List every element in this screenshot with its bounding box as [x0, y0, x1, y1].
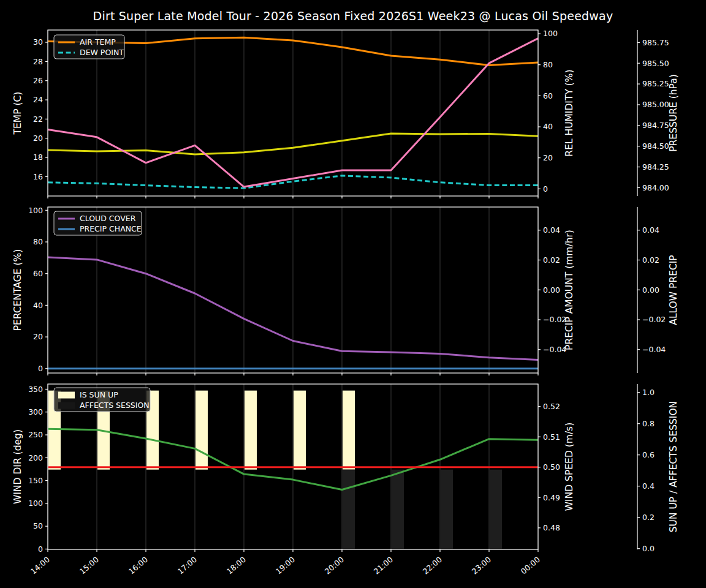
y-tick-label: 0.52: [543, 402, 560, 411]
y-tick-label: 0.50: [543, 462, 560, 472]
x-tick-label: 17:00: [176, 555, 199, 576]
y-tick-label: 985.75: [642, 38, 669, 47]
x-tick-label: 20:00: [323, 555, 346, 576]
y-tick-label: 200: [28, 453, 43, 462]
cloud-precip-right2-axis-label: ALLOW PRECIP: [668, 255, 679, 325]
y-tick-label: −0.04: [642, 345, 666, 354]
is-sun-up-bar: [343, 391, 355, 470]
legend: CLOUD COVERPRECIP CHANCE: [54, 211, 142, 235]
y-tick-label: 0.00: [642, 285, 659, 295]
y-tick-label: 16: [33, 172, 43, 181]
y-tick-label: 0: [543, 184, 548, 194]
y-tick-label: 18: [33, 153, 43, 162]
legend-label: DEW POINT: [80, 48, 124, 57]
y-tick-label: 0.6: [642, 450, 655, 459]
x-tick-label: 21:00: [372, 555, 395, 576]
y-tick-label: −0.02: [543, 315, 566, 324]
legend-label: AFFECTS SESSION: [80, 401, 150, 410]
temperature-humidity-pressure-chart: 1618202224262830TEMP (C)020406080100REL …: [12, 29, 679, 198]
wind-sun-right2-axis-label: SUN UP / AFFECTS SESSION: [668, 401, 679, 532]
y-tick-label: 60: [33, 269, 43, 278]
temperature-humidity-pressure-right1-axis-label: REL HUMIDITY (%): [564, 69, 575, 156]
legend: IS SUN UPAFFECTS SESSION: [54, 388, 150, 412]
y-tick-label: 250: [28, 430, 43, 439]
y-tick-label: 300: [28, 407, 43, 417]
y-tick-label: −0.04: [543, 345, 566, 354]
y-tick-label: 350: [28, 385, 43, 394]
x-tick-label: 23:00: [470, 555, 493, 576]
y-tick-label: 100: [543, 29, 558, 38]
y-tick-label: 0.51: [543, 432, 560, 442]
x-tick-label: 15:00: [78, 555, 101, 576]
y-tick-label: 60: [543, 91, 553, 100]
y-tick-label: 150: [28, 476, 43, 485]
y-tick-label: 1.0: [642, 388, 655, 397]
y-tick-label: 40: [543, 122, 553, 131]
x-tick-label: 22:00: [421, 555, 444, 576]
legend-label: IS SUN UP: [80, 390, 118, 399]
affects-session-legend-swatch: [58, 402, 75, 409]
y-tick-label: 984.00: [642, 183, 669, 192]
y-tick-label: 100: [28, 206, 43, 215]
y-tick-label: 985.00: [642, 100, 669, 109]
y-tick-label: 0: [38, 364, 43, 373]
y-tick-label: 984.75: [642, 121, 669, 130]
y-tick-label: 0.8: [642, 419, 655, 428]
legend-label: PRECIP CHANCE: [80, 224, 142, 233]
legend-label: CLOUD COVER: [80, 214, 136, 223]
x-tick-label: 16:00: [127, 555, 150, 576]
cloud-precip-chart: 020406080100PERCENTAGE (%)−0.04−0.020.00…: [12, 206, 679, 375]
legend: AIR TEMPDEW POINT: [54, 35, 124, 59]
is-sun-up-bar: [245, 391, 257, 470]
affects-session-bar: [343, 470, 355, 549]
y-tick-label: 0.4: [642, 481, 655, 491]
y-tick-label: 0.2: [642, 513, 655, 522]
y-tick-label: 80: [33, 237, 43, 246]
is-sun-up-bar: [294, 391, 306, 470]
y-tick-label: 22: [33, 115, 43, 124]
y-tick-label: 985.25: [642, 79, 669, 88]
y-tick-label: 0.49: [543, 493, 560, 502]
wind-sun-chart: 14:0015:0016:0017:0018:0019:0020:0021:00…: [12, 384, 679, 576]
y-tick-label: 30: [33, 37, 43, 47]
x-tick-label: 14:00: [29, 555, 51, 576]
y-tick-label: 50: [33, 521, 43, 530]
cloud-precip-left-axis-label: PERCENTAGE (%): [12, 249, 23, 331]
y-tick-label: 984.25: [642, 162, 669, 172]
y-tick-label: 0.48: [543, 523, 560, 532]
y-tick-label: 984.50: [642, 141, 669, 151]
y-tick-label: 0.00: [543, 285, 560, 295]
is-sun-up-bar: [195, 391, 208, 470]
charts-svg: 1618202224262830TEMP (C)020406080100REL …: [0, 0, 706, 588]
wind-sun-right1-axis-label: WIND SPEED (m/s): [564, 423, 575, 511]
y-tick-label: 985.50: [642, 59, 669, 68]
x-tick-label: 18:00: [225, 555, 248, 576]
y-tick-label: 0.02: [543, 255, 560, 265]
y-tick-label: −0.02: [642, 315, 666, 324]
weather-forecast-figure: Dirt Super Late Model Tour - 2026 Season…: [0, 0, 706, 588]
affects-session-bar: [441, 470, 453, 549]
x-tick-label: 19:00: [274, 555, 297, 576]
y-tick-label: 0.02: [642, 255, 659, 265]
cloud-precip-right1-axis-label: PRECIP AMOUNT (mm/hr): [564, 230, 575, 350]
y-tick-label: 0: [38, 545, 43, 554]
legend-label: AIR TEMP: [80, 37, 116, 47]
is-sun-up-legend-swatch: [58, 392, 75, 399]
x-tick-label: 00:00: [519, 555, 542, 576]
y-tick-label: 80: [543, 60, 553, 69]
y-tick-label: 100: [28, 499, 43, 508]
y-tick-label: 28: [33, 57, 43, 66]
y-tick-label: 20: [543, 153, 553, 162]
wind-sun-left-axis-label: WIND DIR (deg): [12, 429, 23, 504]
y-tick-label: 26: [33, 76, 43, 85]
affects-session-bar: [392, 470, 404, 549]
y-tick-label: 0.04: [642, 225, 659, 235]
y-tick-label: 0.0: [642, 544, 655, 553]
y-tick-label: 24: [33, 95, 43, 104]
affects-session-bar: [490, 470, 502, 549]
y-tick-label: 40: [33, 301, 43, 310]
y-tick-label: 0.04: [543, 225, 560, 235]
temperature-humidity-pressure-right2-axis-label: PRESSURE (hPa): [668, 74, 679, 152]
temperature-humidity-pressure-left-axis-label: TEMP (C): [12, 92, 23, 135]
y-tick-label: 20: [33, 332, 43, 341]
